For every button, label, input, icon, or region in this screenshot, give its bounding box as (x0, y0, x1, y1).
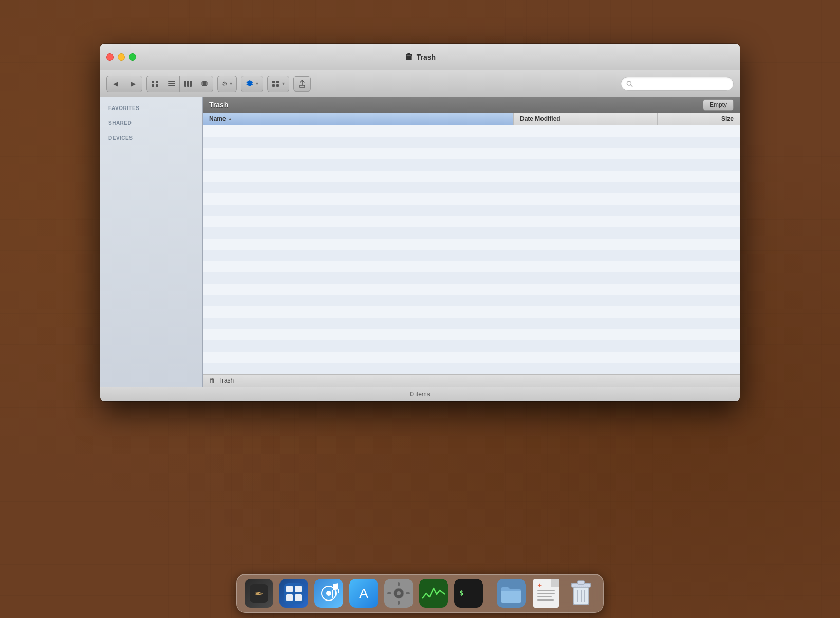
date-column-header[interactable]: Date Modified (514, 113, 658, 125)
dock-item-dashboard[interactable] (278, 577, 310, 609)
file-list-row (203, 193, 740, 205)
dashboard-icon (279, 579, 308, 608)
svg-rect-5 (168, 83, 175, 84)
svg-line-19 (631, 85, 632, 86)
activity-monitor-icon (419, 579, 448, 608)
column-view-icon (184, 80, 192, 87)
svg-rect-2 (152, 84, 154, 87)
maximize-button[interactable] (129, 53, 136, 61)
title-bar: 🗑 Trash (100, 44, 740, 70)
svg-rect-4 (168, 81, 175, 82)
minimize-button[interactable] (118, 53, 125, 61)
svg-rect-7 (184, 81, 186, 87)
grid-view-icon (151, 80, 159, 87)
sidebar-favorites-section: FAVORITES (100, 102, 202, 113)
action-chevron-icon: ▾ (230, 81, 232, 86)
svg-rect-49 (537, 596, 552, 597)
file-list-row (203, 363, 740, 374)
action-button[interactable]: ⚙ ▾ (218, 76, 236, 92)
coverflow-view-icon (200, 80, 209, 87)
dock-item-appstore[interactable]: A (348, 577, 380, 609)
file-list-row (203, 306, 740, 318)
dock-item-script-editor[interactable]: ✒ (243, 577, 275, 609)
svg-rect-17 (276, 84, 279, 87)
file-list-row (203, 250, 740, 261)
gear-icon: ⚙ (222, 80, 228, 87)
terminal-icon: $_ (454, 579, 483, 608)
svg-text:A: A (359, 586, 369, 602)
view-list-button[interactable] (163, 76, 180, 92)
view-coverflow-button[interactable] (196, 76, 213, 92)
dropbox-chevron-icon: ▾ (256, 81, 258, 86)
sidebar: FAVORITES SHARED DEVICES (100, 97, 203, 387)
back-button[interactable]: ◀ (107, 76, 124, 92)
svg-point-36 (397, 591, 401, 595)
svg-rect-16 (272, 84, 275, 87)
forward-button[interactable]: ▶ (124, 76, 142, 92)
file-list-row (203, 295, 740, 306)
dock-container: ✒ (236, 574, 604, 613)
svg-rect-6 (168, 85, 175, 86)
trash-dock-icon (567, 579, 595, 608)
forward-icon: ▶ (131, 80, 136, 87)
file-list-row (203, 159, 740, 171)
svg-rect-11 (201, 82, 203, 85)
sort-arrow-icon: ▲ (228, 117, 232, 121)
empty-trash-button[interactable]: Empty (703, 99, 734, 111)
file-list-row (203, 352, 740, 363)
dock-item-document[interactable]: ✦ (530, 577, 562, 609)
file-browser: Trash Empty Name ▲ Date Modified Size (203, 97, 740, 387)
arrange-button[interactable]: ▾ (268, 76, 289, 92)
finder-window: 🗑 Trash ◀ ▶ (100, 44, 740, 401)
dock-item-terminal[interactable]: $_ (453, 577, 484, 609)
svg-rect-25 (286, 594, 293, 601)
system-prefs-icon (384, 579, 413, 608)
window-controls (106, 53, 136, 61)
dropbox-button[interactable]: ▾ (241, 76, 263, 92)
svg-rect-40 (406, 592, 410, 594)
svg-text:✒: ✒ (255, 588, 264, 599)
path-bar-text: Trash (218, 377, 234, 384)
close-button[interactable] (106, 53, 114, 61)
svg-rect-46 (551, 579, 559, 587)
window-title-text: Trash (417, 53, 436, 61)
svg-rect-38 (398, 601, 400, 605)
search-icon (626, 80, 633, 87)
svg-rect-54 (577, 581, 585, 584)
location-bar: Trash Empty (203, 97, 740, 113)
dock-item-itunes[interactable] (313, 577, 345, 609)
search-input[interactable] (636, 80, 728, 87)
dropbox-icon (246, 80, 254, 88)
sidebar-devices-header: DEVICES (100, 132, 202, 143)
dock-item-system-prefs[interactable] (383, 577, 415, 609)
script-editor-icon: ✒ (245, 579, 273, 608)
dock-item-folder[interactable] (495, 577, 527, 609)
file-list-row (203, 171, 740, 182)
main-content: FAVORITES SHARED DEVICES Trash Empty Nam… (100, 97, 740, 387)
file-list-row (203, 329, 740, 340)
svg-rect-15 (276, 81, 279, 83)
file-list (203, 125, 740, 374)
svg-rect-9 (190, 81, 192, 87)
view-buttons (146, 76, 213, 92)
dock-item-activity-monitor[interactable] (418, 577, 450, 609)
name-column-header[interactable]: Name ▲ (203, 113, 514, 125)
search-box[interactable] (621, 77, 734, 91)
view-columns-button[interactable] (180, 76, 196, 92)
column-headers: Name ▲ Date Modified Size (203, 113, 740, 125)
dock-item-trash[interactable] (565, 577, 597, 609)
svg-rect-0 (152, 81, 154, 83)
document-icon: ✦ (532, 579, 561, 608)
sidebar-favorites-header: FAVORITES (100, 102, 202, 113)
svg-rect-39 (387, 592, 391, 594)
share-button[interactable] (293, 76, 311, 92)
svg-rect-10 (202, 81, 207, 85)
view-icon-button[interactable] (147, 76, 163, 92)
itunes-icon (314, 579, 343, 608)
trash-title-icon: 🗑 (404, 52, 414, 62)
svg-text:✦: ✦ (537, 583, 542, 588)
path-bar-icon: 🗑 (209, 377, 215, 384)
dock-divider (490, 584, 490, 609)
size-column-header[interactable]: Size (658, 113, 740, 125)
action-group: ⚙ ▾ (217, 76, 237, 92)
